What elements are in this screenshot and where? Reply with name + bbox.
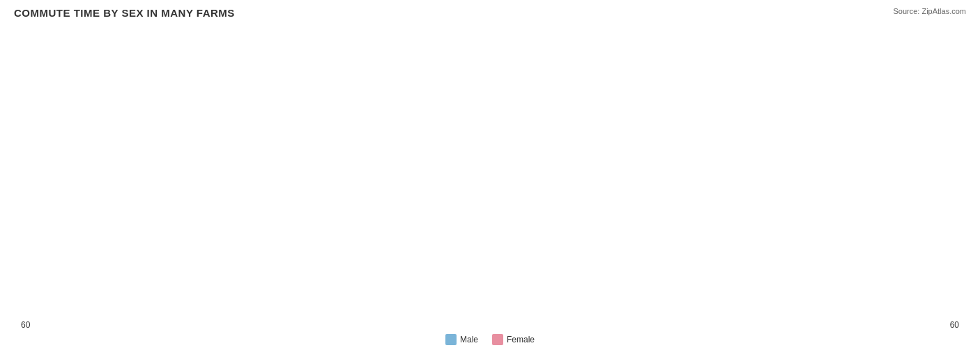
chart-container: COMMUTE TIME BY SEX IN MANY FARMS Source… — [0, 0, 980, 364]
female-label: Female — [507, 335, 535, 344]
female-swatch — [492, 334, 503, 345]
chart-title: COMMUTE TIME BY SEX IN MANY FARMS — [14, 7, 966, 19]
male-swatch — [445, 334, 457, 345]
male-label: Male — [460, 335, 478, 344]
legend-female: Female — [492, 334, 535, 345]
chart-area — [14, 24, 966, 317]
legend: Male Female — [14, 334, 966, 345]
axis-left: 60 — [14, 320, 436, 330]
legend-male: Male — [445, 334, 478, 345]
axis-row: 60 60 — [14, 320, 966, 330]
axis-right: 60 — [544, 320, 966, 330]
source-text: Source: ZipAtlas.com — [893, 7, 966, 15]
